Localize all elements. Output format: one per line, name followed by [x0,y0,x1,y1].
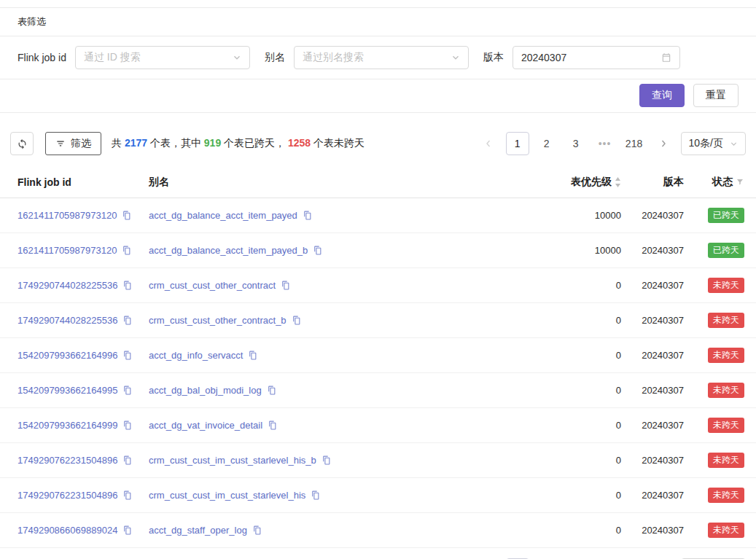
priority-cell: 0 [554,478,627,513]
version-cell: 20240307 [627,408,690,443]
status-badge: 已跨天 [708,243,744,258]
alias-link[interactable]: crm_cust_cust_other_contract [149,280,276,291]
table-row: 1621411705987973120 acct_dg_balance_acct… [0,233,756,268]
reset-button[interactable]: 重置 [693,84,739,107]
copy-icon[interactable] [303,211,312,220]
copy-icon[interactable] [268,421,277,430]
calendar-icon [661,52,671,63]
status-badge: 未跨天 [708,453,744,468]
flink-job-id-select[interactable]: 通过 ID 搜索 [75,46,250,69]
flink-job-id-link[interactable]: 1542097993662164999 [17,420,117,431]
copy-icon[interactable] [311,490,320,500]
alias-link[interactable]: acct_dg_bal_obj_modi_log [149,385,262,396]
alias-link[interactable]: crm_cust_cust_im_cust_starlevel_his_b [149,455,316,466]
alias-placeholder: 通过别名搜索 [303,51,364,64]
copy-icon[interactable] [122,421,132,430]
table-row: 1749290744028225536 crm_cust_cust_other_… [0,303,756,338]
copy-icon[interactable] [122,316,132,325]
field-version: 版本 [483,46,680,69]
flink-job-id-link[interactable]: 1621411705987973120 [17,245,117,256]
table-row: 1542097993662164999 acct_dg_vat_invoice_… [0,408,756,443]
priority-cell: 0 [554,303,627,338]
field-alias: 别名 通过别名搜索 [265,46,469,69]
alias-link[interactable]: crm_cust_cust_im_cust_starlevel_his [149,490,305,501]
flink-job-id-link[interactable]: 1749290744028225536 [17,315,117,326]
copy-icon[interactable] [292,316,301,325]
column-filter-icon[interactable] [736,178,744,187]
page-button-last[interactable]: 218 [623,132,646,155]
page-size-select[interactable]: 10条/页 [681,132,746,155]
table-row: 1749290762231504896 crm_cust_cust_im_cus… [0,478,756,513]
version-date-input[interactable] [513,46,680,69]
priority-cell: 10000 [554,198,627,233]
copy-icon[interactable] [122,456,132,465]
page-ellipsis[interactable]: ••• [593,132,617,155]
table-row: 1542097993662164995 acct_dg_bal_obj_modi… [0,373,756,408]
col-header-priority: 表优先级 [554,167,627,198]
page-button-2[interactable]: 2 [535,132,558,155]
flink-job-id-link[interactable]: 1542097993662164995 [17,385,117,396]
copy-icon[interactable] [122,281,132,290]
field-flink-job-id: Flink job id 通过 ID 搜索 [17,46,250,69]
flink-job-id-link[interactable]: 1749290762231504896 [17,490,117,501]
table-row: 1749290744028225536 crm_cust_cust_other_… [0,268,756,303]
priority-cell: 0 [554,443,627,478]
alias-link[interactable]: crm_cust_cust_other_contract_b [149,315,287,326]
alias-link[interactable]: acct_dg_balance_acct_item_payed [149,210,297,221]
priority-cell: 0 [554,513,627,548]
summary-mid2: 个表已跨天， [221,137,288,149]
copy-icon[interactable] [322,456,331,465]
flink-job-id-link[interactable]: 1749290744028225536 [17,280,117,291]
version-cell: 20240307 [627,303,690,338]
flink-job-id-link[interactable]: 1749290762231504896 [17,455,117,466]
page-button-3[interactable]: 3 [564,132,588,155]
crossed-count: 919 [204,137,221,149]
flink-job-id-link[interactable]: 1542097993662164996 [17,350,117,361]
summary-prefix: 共 [112,137,125,149]
filter-card-body: Flink job id 通过 ID 搜索 别名 通过别名搜索 版本 [0,36,756,79]
alias-select[interactable]: 通过别名搜索 [294,46,469,69]
flink-job-id-link[interactable]: 1749290866069889024 [17,525,117,536]
copy-icon[interactable] [122,246,131,255]
sort-icon[interactable] [615,177,621,187]
chevron-down-icon [730,140,738,148]
version-cell: 20240307 [627,268,690,303]
alias-link[interactable]: acct_dg_info_servacct [149,350,243,361]
refresh-button[interactable] [10,132,34,155]
toolbar: 筛选 共 2177 个表，其中 919 个表已跨天， 1258 个表未跨天 1 … [0,113,756,167]
copy-icon[interactable] [122,386,132,395]
next-page-button[interactable] [652,132,675,155]
status-badge: 未跨天 [708,418,744,433]
alias-link[interactable]: acct_dg_balance_acct_item_payed_b [149,245,308,256]
col-header-status-label: 状态 [712,176,733,189]
copy-icon[interactable] [122,525,132,535]
copy-icon[interactable] [122,490,132,500]
filter-card-title: 表筛选 [17,16,46,27]
copy-icon[interactable] [281,281,290,290]
priority-cell: 0 [554,268,627,303]
copy-icon[interactable] [267,386,276,395]
version-date-value[interactable] [521,52,661,63]
col-header-flink-job-id: Flink job id [0,167,143,198]
flink-job-id-label: Flink job id [17,52,66,63]
alias-link[interactable]: acct_dg_staff_oper_log [149,525,247,536]
priority-cell: 0 [554,408,627,443]
copy-icon[interactable] [122,351,132,360]
table-header-row: Flink job id 别名 表优先级 版本 状态 [0,167,756,198]
alias-link[interactable]: acct_dg_vat_invoice_detail [149,420,262,431]
filter-toggle-button[interactable]: 筛选 [45,132,101,155]
priority-cell: 10000 [554,233,627,268]
copy-icon[interactable] [252,525,262,535]
copy-icon[interactable] [122,211,131,220]
version-cell: 20240307 [627,198,690,233]
prev-page-button[interactable] [477,132,500,155]
chevron-down-icon [233,53,241,62]
flink-job-id-link[interactable]: 1621411705987973120 [17,210,117,221]
copy-icon[interactable] [248,351,257,360]
col-header-version: 版本 [627,167,690,198]
page-button-1[interactable]: 1 [506,132,529,155]
query-button[interactable]: 查询 [639,84,685,107]
version-cell: 20240307 [627,233,690,268]
copy-icon[interactable] [313,246,322,255]
pagination-top: 1 2 3 ••• 218 10条/页 [477,132,746,155]
